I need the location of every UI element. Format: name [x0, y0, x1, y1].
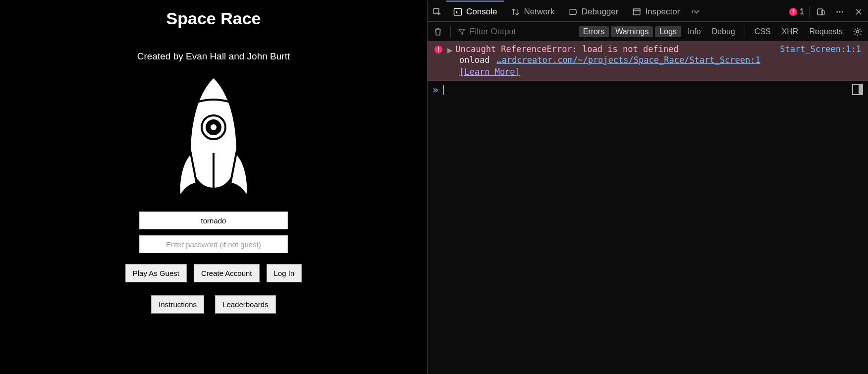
svg-rect-5: [454, 8, 462, 15]
svg-point-12: [842, 11, 843, 12]
console-error-message: ! ▶ Uncaught ReferenceError: load is not…: [428, 42, 868, 81]
page-title: Space Race: [166, 9, 261, 28]
learn-more-link[interactable]: [Learn More]: [459, 67, 520, 77]
tab-inspector[interactable]: Inspector: [625, 2, 687, 21]
error-count-value: 1: [800, 7, 804, 16]
kebab-menu-icon[interactable]: [830, 2, 849, 21]
error-icon: !: [434, 46, 442, 53]
svg-point-11: [839, 11, 841, 12]
clear-console-icon[interactable]: [431, 24, 445, 39]
svg-rect-7: [634, 9, 641, 11]
devtools-tab-strip: Console Network Debugger Inspector ! 1: [428, 2, 868, 22]
tab-network-label: Network: [524, 7, 554, 17]
login-form: [139, 212, 288, 253]
prompt-cursor: [443, 85, 444, 95]
svg-point-13: [857, 30, 859, 33]
console-output: ! ▶ Uncaught ReferenceError: load is not…: [428, 42, 868, 374]
tab-console[interactable]: Console: [446, 2, 504, 21]
tab-inspector-label: Inspector: [645, 7, 680, 17]
filter-icon: [458, 28, 466, 36]
svg-rect-8: [817, 9, 822, 15]
error-disclosure-toggle[interactable]: ▶: [447, 45, 452, 55]
toggle-errors[interactable]: Errors: [579, 26, 609, 37]
tab-console-label: Console: [466, 7, 497, 17]
password-input[interactable]: [139, 235, 288, 253]
console-settings-icon[interactable]: [850, 24, 865, 39]
svg-rect-6: [634, 9, 641, 15]
tab-network[interactable]: Network: [504, 2, 561, 21]
toggle-css[interactable]: CSS: [750, 26, 775, 37]
primary-button-row: Play As Guest Create Account Log In: [125, 264, 302, 282]
log-in-button[interactable]: Log In: [267, 264, 302, 282]
stack-location-link[interactable]: …ardcreator.com/~/projects/Space_Race/St…: [496, 55, 760, 65]
tab-overflow-icon[interactable]: [687, 2, 705, 21]
tab-debugger[interactable]: Debugger: [562, 2, 626, 21]
leaderboards-button[interactable]: Leaderboards: [215, 295, 276, 314]
toggle-info[interactable]: Info: [683, 26, 705, 37]
sidebar-toggle-icon[interactable]: [852, 84, 863, 95]
play-as-guest-button[interactable]: Play As Guest: [125, 264, 187, 282]
svg-point-2: [210, 123, 217, 131]
page-subtitle: Created by Evan Hall and John Burtt: [137, 51, 290, 62]
create-account-button[interactable]: Create Account: [194, 264, 260, 282]
stack-function: onload: [459, 55, 489, 65]
instructions-button[interactable]: Instructions: [151, 295, 204, 314]
error-text: Uncaught ReferenceError: load is not def…: [455, 44, 770, 54]
rocket-icon: [169, 74, 258, 205]
error-count-badge[interactable]: ! 1: [786, 7, 807, 16]
console-prompt[interactable]: »: [428, 81, 868, 99]
responsive-mode-icon[interactable]: [812, 2, 830, 21]
app-page: Space Race Created by Evan Hall and John…: [0, 0, 427, 374]
toggle-xhr[interactable]: XHR: [777, 26, 803, 37]
pick-element-icon[interactable]: [428, 2, 446, 21]
username-input[interactable]: [139, 212, 288, 229]
toggle-debug[interactable]: Debug: [707, 26, 740, 37]
secondary-button-row: Instructions Leaderboards: [151, 295, 275, 314]
prompt-chevron-icon: »: [433, 84, 438, 96]
category-toggles: CSS XHR Requests: [750, 26, 847, 37]
toggle-warnings[interactable]: Warnings: [611, 26, 653, 37]
error-source-link[interactable]: Start_Screen:1:1: [780, 44, 861, 54]
tab-debugger-label: Debugger: [582, 7, 619, 17]
devtools-panel: Console Network Debugger Inspector ! 1: [427, 0, 868, 374]
toggle-logs[interactable]: Logs: [655, 26, 681, 37]
close-devtools-icon[interactable]: [849, 2, 868, 21]
filter-output-input[interactable]: [470, 27, 576, 37]
svg-point-10: [836, 11, 838, 12]
log-level-toggles: Errors Warnings Logs Info Debug: [579, 26, 740, 37]
toggle-requests[interactable]: Requests: [805, 26, 847, 37]
console-toolbar: Errors Warnings Logs Info Debug CSS XHR …: [428, 22, 868, 42]
